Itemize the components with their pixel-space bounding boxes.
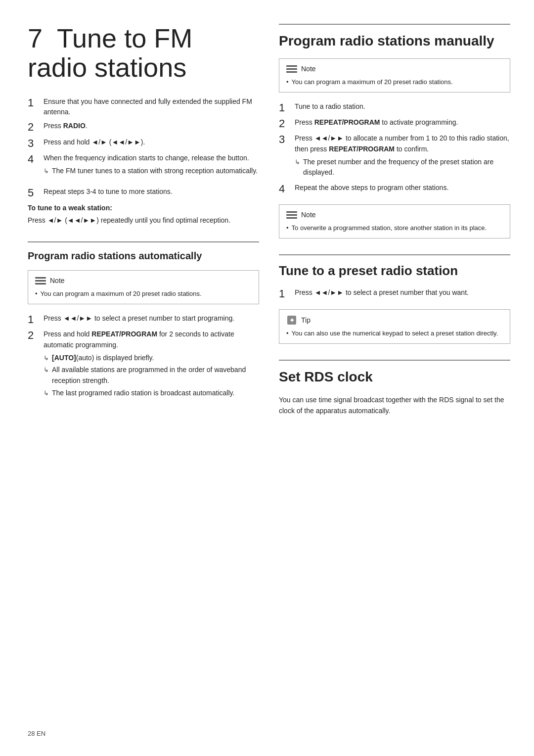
step-content-2: Press RADIO. xyxy=(44,121,259,132)
page-footer-text: 28 EN xyxy=(28,730,45,737)
manual-step-content-3: Press ◄◄/►► to allocate a number from 1 … xyxy=(295,133,510,180)
manual-note-box: Note You can program a maximum of 20 pre… xyxy=(279,58,510,93)
manual-step-num-1: 1 xyxy=(279,101,295,114)
auto-note-bullet-1: You can program a maximum of 20 preset r… xyxy=(35,289,252,299)
auto-note-header: Note xyxy=(35,276,252,286)
page-title: 7 Tune to FM radio stations xyxy=(28,24,259,83)
preset-step-num-1: 1 xyxy=(279,287,295,300)
rds-section-heading: Set RDS clock xyxy=(279,360,510,387)
auto-note-box: Note You can program a maximum of 20 pre… xyxy=(28,270,259,304)
step-num-2: 2 xyxy=(28,121,44,134)
step-content-3: Press and hold ◄/► (◄◄/►►). xyxy=(44,137,259,148)
step4-arrows: The FM tuner tunes to a station with str… xyxy=(44,166,259,177)
auto-step2-arrows: [AUTO] (auto) is displayed briefly. All … xyxy=(44,353,259,399)
auto-section-heading: Program radio stations automatically xyxy=(28,241,259,263)
manual-note2-box: Note To overwrite a programmed station, … xyxy=(279,204,510,238)
tip-icon: ✦ xyxy=(286,315,297,326)
svg-text:✦: ✦ xyxy=(289,317,295,324)
step-content-4: When the frequency indication starts to … xyxy=(44,153,259,178)
manual-section-heading: Program radio stations manually xyxy=(279,24,510,51)
auto-step2-arrow-3: The last programed radio station is broa… xyxy=(44,388,259,399)
manual-note2-bullet-1: To overwrite a programmed station, store… xyxy=(286,223,503,233)
manual-step-content-4: Repeat the above steps to program other … xyxy=(295,183,510,193)
step-num-4: 4 xyxy=(28,153,44,166)
tip-label: Tip xyxy=(301,315,311,326)
step-5-container: 5 Repeat steps 3-4 to tune to more stati… xyxy=(28,187,259,199)
auto-steps-list: 1 Press ◄◄/►► to select a preset number … xyxy=(28,313,259,400)
step-num-3: 3 xyxy=(28,137,44,150)
manual-note-header: Note xyxy=(286,64,503,74)
preset-steps-list: 1 Press ◄◄/►► to select a preset number … xyxy=(279,287,510,300)
note-icon xyxy=(35,277,46,285)
preset-step-content-1: Press ◄◄/►► to select a preset number th… xyxy=(295,287,510,298)
auto-step-num-2: 2 xyxy=(28,329,44,342)
manual-note2-bullets: To overwrite a programmed station, store… xyxy=(286,223,503,233)
auto-step-content-1: Press ◄◄/►► to select a preset number to… xyxy=(44,313,259,324)
manual-note-icon xyxy=(286,65,297,73)
manual-step-num-2: 2 xyxy=(279,117,295,130)
step-num-5: 5 xyxy=(28,187,44,199)
auto-step-2: 2 Press and hold REPEAT/PROGRAM for 2 se… xyxy=(28,329,259,400)
manual-note2-icon xyxy=(286,211,297,219)
preset-step-1: 1 Press ◄◄/►► to select a preset number … xyxy=(279,287,510,300)
left-column: 7 Tune to FM radio stations 1 Ensure tha… xyxy=(28,24,259,732)
manual-step-num-4: 4 xyxy=(279,183,295,195)
step-2: 2 Press RADIO. xyxy=(28,121,259,134)
manual-note-bullet-1: You can program a maximum of 20 preset r… xyxy=(286,77,503,87)
chapter-number: 7 xyxy=(28,23,43,53)
preset-section-heading: Tune to a preset radio station xyxy=(279,254,510,281)
manual-step-4: 4 Repeat the above steps to program othe… xyxy=(279,183,510,195)
tip-header: ✦ Tip xyxy=(286,315,503,326)
step-content-5: Repeat steps 3-4 to tune to more station… xyxy=(44,187,259,197)
page-footer: 28 EN xyxy=(28,729,45,739)
step-1: 1 Ensure that you have connected and ful… xyxy=(28,96,259,118)
manual-step3-arrows: The preset number and the frequency of t… xyxy=(295,157,510,178)
manual-section: Program radio stations manually Note You… xyxy=(279,24,510,238)
auto-step2-arrow-2: All available stations are programmed in… xyxy=(44,365,259,386)
auto-step2-arrow-1: [AUTO] (auto) is displayed briefly. xyxy=(44,353,259,364)
main-steps-list: 1 Ensure that you have connected and ful… xyxy=(28,96,259,178)
step-4: 4 When the frequency indication starts t… xyxy=(28,153,259,178)
right-column: Program radio stations manually Note You… xyxy=(279,24,510,732)
auto-step-num-1: 1 xyxy=(28,313,44,326)
weak-station-text: Press ◄/► (◄◄/►►) repeatedly until you f… xyxy=(28,215,259,226)
manual-step-1: 1 Tune to a radio station. xyxy=(279,101,510,114)
auto-section: Program radio stations automatically Not… xyxy=(28,241,259,400)
manual-note2-label: Note xyxy=(301,210,316,220)
manual-step-content-2: Press REPEAT/PROGRAM to activate program… xyxy=(295,117,510,128)
weak-station-label: To tune to a weak station: xyxy=(28,203,259,213)
manual-steps-list: 1 Tune to a radio station. 2 Press REPEA… xyxy=(279,101,510,196)
manual-step-content-1: Tune to a radio station. xyxy=(295,101,510,112)
step-num-1: 1 xyxy=(28,96,44,109)
manual-note-bullets: You can program a maximum of 20 preset r… xyxy=(286,77,503,87)
manual-step3-arrow-1: The preset number and the frequency of t… xyxy=(295,157,510,178)
manual-step-2: 2 Press REPEAT/PROGRAM to activate progr… xyxy=(279,117,510,130)
manual-note-label: Note xyxy=(301,64,316,74)
step4-arrow-1: The FM tuner tunes to a station with str… xyxy=(44,166,259,177)
tip-bullet-1: You can also use the numerical keypad to… xyxy=(286,329,503,338)
manual-step-num-3: 3 xyxy=(279,133,295,146)
auto-step-1: 1 Press ◄◄/►► to select a preset number … xyxy=(28,313,259,326)
manual-step-3: 3 Press ◄◄/►► to allocate a number from … xyxy=(279,133,510,180)
auto-step-content-2: Press and hold REPEAT/PROGRAM for 2 seco… xyxy=(44,329,259,400)
auto-note-bullets: You can program a maximum of 20 preset r… xyxy=(35,289,252,299)
auto-note-label: Note xyxy=(50,276,65,286)
rds-section-text: You can use time signal broadcast togeth… xyxy=(279,394,510,417)
page-title-text: Tune to FM radio stations xyxy=(28,23,192,82)
tip-bullets: You can also use the numerical keypad to… xyxy=(286,329,503,338)
step-3: 3 Press and hold ◄/► (◄◄/►►). xyxy=(28,137,259,150)
tip-box: ✦ Tip You can also use the numerical key… xyxy=(279,309,510,344)
rds-section: Set RDS clock You can use time signal br… xyxy=(279,360,510,417)
preset-section: Tune to a preset radio station 1 Press ◄… xyxy=(279,254,510,344)
step-content-1: Ensure that you have connected and fully… xyxy=(44,96,259,118)
manual-note2-header: Note xyxy=(286,210,503,220)
